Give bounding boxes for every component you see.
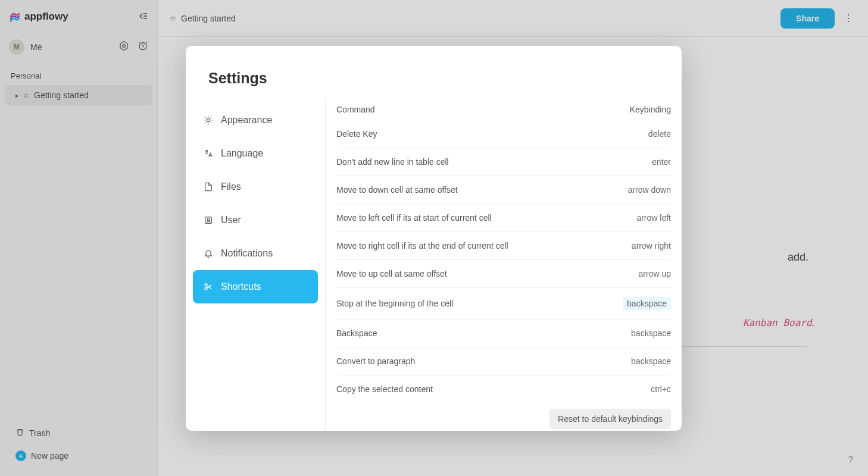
shortcut-row[interactable]: Convert to paragraphbackspace — [336, 347, 671, 375]
shortcut-keybinding[interactable]: arrow down — [628, 185, 671, 195]
nav-language[interactable]: Language — [193, 137, 318, 170]
nav-appearance[interactable]: Appearance — [193, 104, 318, 137]
nav-files[interactable]: Files — [193, 170, 318, 203]
shortcut-command: Delete Key — [336, 129, 377, 139]
shortcut-command: Stop at the beginning of the cell — [336, 299, 453, 308]
shortcut-row[interactable]: Move to right cell if its at the end of … — [336, 232, 671, 260]
shortcut-keybinding[interactable]: arrow right — [632, 241, 671, 250]
shortcut-command: Move to right cell if its at the end of … — [336, 241, 508, 250]
shortcut-row[interactable]: Move to up cell at same offsetarrow up — [336, 260, 671, 288]
shortcut-keybinding[interactable]: arrow up — [639, 269, 671, 278]
shortcut-row[interactable]: Stop at the beginning of the cellbackspa… — [336, 288, 671, 320]
shortcut-keybinding[interactable]: delete — [648, 129, 671, 139]
appearance-icon — [204, 115, 213, 125]
shortcut-command: Backspace — [336, 328, 377, 338]
shortcut-keybinding[interactable]: backspace — [631, 328, 671, 338]
shortcut-row[interactable]: Backspacebackspace — [336, 320, 671, 347]
svg-point-7 — [205, 287, 207, 290]
reset-keybindings-button[interactable]: Reset to default keybindings — [549, 409, 671, 429]
shortcuts-panel: Command Keybinding Delete KeydeleteDon't… — [326, 99, 682, 431]
shortcut-row[interactable]: Don't add new line in table cellenter — [336, 148, 671, 176]
shortcut-row[interactable]: Copy the selected contentctrl+c — [336, 375, 671, 403]
nav-user[interactable]: User — [193, 203, 318, 237]
nav-label: User — [221, 215, 241, 226]
shortcut-command: Copy the selected content — [336, 384, 433, 394]
nav-notifications[interactable]: Notifications — [193, 237, 318, 270]
bell-icon — [204, 249, 213, 258]
shortcut-keybinding[interactable]: ctrl+c — [651, 384, 671, 394]
shortcut-keybinding[interactable]: backspace — [631, 356, 671, 366]
nav-label: Language — [221, 148, 263, 159]
svg-point-3 — [207, 118, 210, 121]
settings-title: Settings — [186, 46, 682, 99]
nav-label: Appearance — [221, 115, 272, 126]
files-icon — [204, 182, 213, 192]
header-command: Command — [336, 105, 375, 114]
language-icon — [204, 149, 213, 158]
svg-point-6 — [205, 284, 207, 286]
shortcut-command: Convert to paragraph — [336, 356, 415, 366]
shortcut-row[interactable]: Delete Keydelete — [336, 120, 671, 148]
settings-modal: Settings Appearance Language Files — [186, 46, 682, 431]
shortcut-command: Move to up cell at same offset — [336, 269, 447, 278]
svg-point-5 — [207, 218, 210, 221]
shortcut-command: Move to down cell at same offset — [336, 185, 458, 195]
shortcut-keybinding[interactable]: enter — [652, 157, 671, 167]
nav-label: Notifications — [221, 248, 273, 259]
shortcut-row[interactable]: Move to down cell at same offsetarrow do… — [336, 176, 671, 204]
nav-shortcuts[interactable]: Shortcuts — [193, 270, 318, 303]
nav-label: Shortcuts — [221, 281, 261, 292]
shortcut-row[interactable]: Move to left cell if its at start of cur… — [336, 204, 671, 232]
shortcut-keybinding[interactable]: backspace — [623, 297, 671, 310]
nav-label: Files — [221, 181, 241, 192]
header-keybinding: Keybinding — [630, 105, 671, 114]
shortcut-keybinding[interactable]: arrow left — [636, 213, 671, 223]
shortcut-command: Move to left cell if its at start of cur… — [336, 213, 492, 223]
user-icon — [204, 215, 213, 225]
settings-nav: Appearance Language Files User — [186, 99, 326, 431]
scissors-icon — [204, 282, 213, 292]
shortcut-command: Don't add new line in table cell — [336, 157, 449, 167]
